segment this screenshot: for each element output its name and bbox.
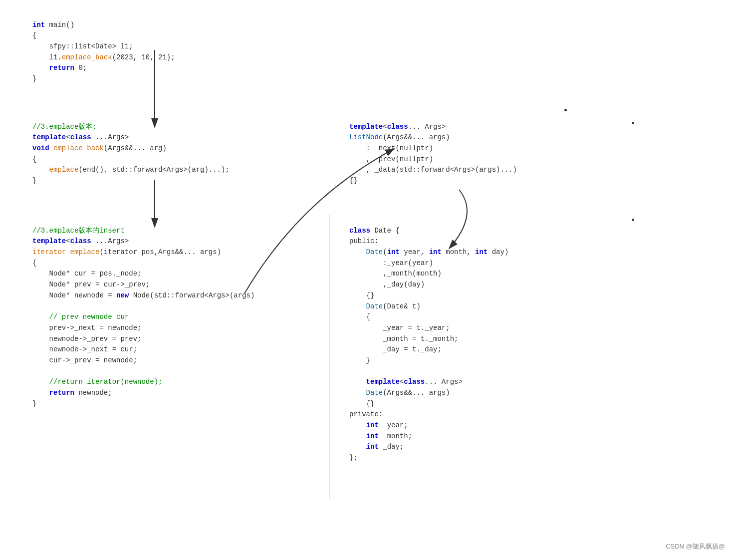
- dot-2: [632, 122, 634, 124]
- code-block-emplace-back: //3.emplace版本: template<class ...Args> v…: [32, 111, 230, 187]
- watermark: CSDN @随风飘扬@: [666, 542, 725, 551]
- separator: [329, 215, 330, 499]
- dot-1: [564, 109, 567, 111]
- code-block-listnode: template<class... Args> ListNode(Args&&.…: [349, 111, 517, 187]
- code-block-date: class Date { public: Date(int year, int …: [349, 215, 508, 464]
- code-block-emplace: //3.emplace版本的insert template<class ...A…: [32, 215, 254, 409]
- code-block-main: int main() { sfpy::list<Date> l1; l1.emp…: [32, 9, 175, 85]
- dot-3: [632, 219, 634, 221]
